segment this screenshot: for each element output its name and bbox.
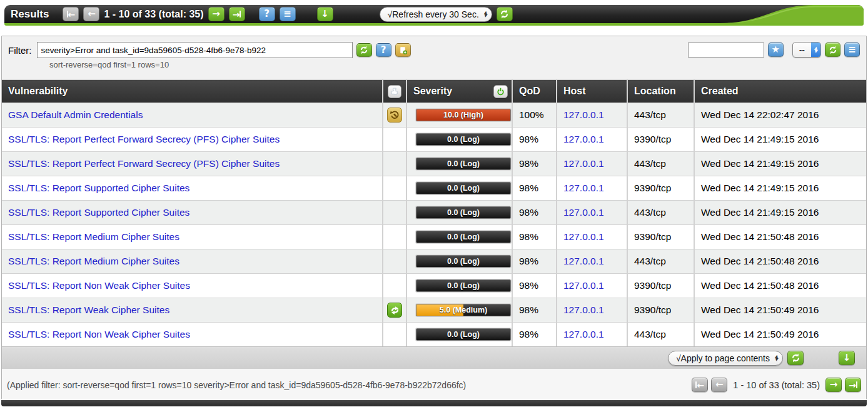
qod-value: 98% <box>513 323 556 346</box>
saved-filter-value: -- <box>793 45 811 55</box>
qod-value: 98% <box>513 128 556 151</box>
host-link[interactable]: 127.0.0.1 <box>563 134 604 145</box>
vulnerability-link[interactable]: SSL/TLS: Report Supported Cipher Suites <box>8 207 189 218</box>
location-value: 443/tcp <box>628 201 694 224</box>
host-link[interactable]: 127.0.0.1 <box>563 231 604 243</box>
download-page-icon[interactable]: ↓ <box>839 351 855 365</box>
page-title: Results <box>11 8 49 21</box>
apply-bulk-action-icon[interactable] <box>787 351 804 365</box>
bulk-action-value: √Apply to page contents <box>676 353 770 363</box>
green-swoosh-decoration <box>720 5 864 23</box>
created-value: Wed Dec 14 21:49:15 2016 <box>695 201 866 224</box>
host-link[interactable]: 127.0.0.1 <box>563 280 604 291</box>
location-value: 9390/tcp <box>628 128 694 151</box>
qod-value: 98% <box>513 201 556 224</box>
location-value: 443/tcp <box>628 323 694 346</box>
refresh-icon[interactable] <box>497 7 513 21</box>
toggle-overrides-power-icon[interactable] <box>493 85 508 98</box>
severity-label: 0.0 (Log) <box>416 158 510 169</box>
bulk-action-select[interactable]: √Apply to page contents ▲▼ <box>668 351 783 366</box>
vulnerability-link[interactable]: SSL/TLS: Report Non Weak Cipher Suites <box>8 280 190 291</box>
severity-header-label: Severity <box>413 86 452 97</box>
vulnerability-link[interactable]: SSL/TLS: Report Perfect Forward Secrecy … <box>8 158 280 169</box>
vulnerability-link[interactable]: SSL/TLS: Report Medium Cipher Suites <box>8 231 179 243</box>
severity-label: 0.0 (Log) <box>416 231 510 243</box>
location-value: 443/tcp <box>628 249 694 273</box>
first-page-button[interactable]: ← <box>692 378 708 392</box>
vulnerability-link[interactable]: SSL/TLS: Report Supported Cipher Suites <box>8 183 189 194</box>
created-value: Wed Dec 14 21:50:49 2016 <box>695 298 866 322</box>
qod-value: 98% <box>513 152 556 176</box>
select-arrows-icon: ▲▼ <box>811 43 820 57</box>
severity-label: 0.0 (Log) <box>416 280 510 291</box>
vulnerability-link[interactable]: SSL/TLS: Report Perfect Forward Secrecy … <box>8 134 280 145</box>
host-link[interactable]: 127.0.0.1 <box>563 256 604 267</box>
location-value: 9390/tcp <box>628 298 694 322</box>
list-view-icon[interactable]: ≡ <box>280 7 296 21</box>
solution-type-icon <box>387 205 402 220</box>
first-page-button[interactable]: ← <box>63 7 79 21</box>
column-header-location[interactable]: Location <box>628 80 694 103</box>
filter-name-input[interactable] <box>688 43 764 58</box>
last-page-button[interactable]: → <box>845 378 861 392</box>
workaround-icon <box>387 108 402 123</box>
download-icon[interactable]: ↓ <box>317 7 333 21</box>
apply-saved-filter-icon[interactable] <box>825 43 840 57</box>
footer-strip <box>1 400 867 406</box>
help-icon[interactable]: ? <box>259 7 275 21</box>
severity-label: 0.0 (Log) <box>416 183 510 194</box>
filter-panel: Filter: ? sort-reverse=qod first=1 rows=… <box>2 36 866 80</box>
created-value: Wed Dec 14 21:49:15 2016 <box>695 152 866 176</box>
host-link[interactable]: 127.0.0.1 <box>563 207 604 218</box>
update-filter-icon[interactable] <box>356 43 372 57</box>
severity-label: 5.0 (Medium) <box>416 304 510 316</box>
created-value: Wed Dec 14 21:50:49 2016 <box>695 323 866 346</box>
solution-type-icon <box>387 132 402 147</box>
results-panel: Filter: ? sort-reverse=qod first=1 rows=… <box>1 36 867 399</box>
save-filter-star-icon[interactable]: ★ <box>768 43 784 57</box>
filter-help-icon[interactable]: ? <box>376 43 391 57</box>
qod-value: 98% <box>513 249 556 273</box>
column-header-solution-type[interactable] <box>383 80 406 103</box>
filter-label: Filter: <box>8 45 32 56</box>
column-header-severity[interactable]: Severity <box>407 80 512 103</box>
host-link[interactable]: 127.0.0.1 <box>563 304 604 316</box>
vulnerability-link[interactable]: GSA Default Admin Credentials <box>8 109 143 121</box>
vulnerability-link[interactable]: SSL/TLS: Report Weak Cipher Suites <box>8 304 169 316</box>
severity-bar: 0.0 (Log) <box>416 231 511 243</box>
last-page-button[interactable]: → <box>229 7 245 21</box>
severity-label: 0.0 (Log) <box>416 256 510 267</box>
severity-label: 10.0 (High) <box>416 109 510 121</box>
column-header-host[interactable]: Host <box>557 80 627 103</box>
location-value: 443/tcp <box>628 152 694 176</box>
previous-page-button[interactable]: ← <box>711 378 727 392</box>
refresh-interval-select[interactable]: √Refresh every 30 Sec. ▲▼ <box>380 7 492 22</box>
severity-bar: 0.0 (Log) <box>416 133 511 146</box>
host-link[interactable]: 127.0.0.1 <box>563 183 604 194</box>
saved-filter-select[interactable]: -- ▲▼ <box>792 42 821 58</box>
vulnerability-link[interactable]: SSL/TLS: Report Non Weak Cipher Suites <box>8 329 190 340</box>
previous-page-button[interactable]: ← <box>83 7 99 21</box>
results-table: Vulnerability Severity QoD Host Location… <box>2 80 866 346</box>
solution-type-icon <box>387 181 402 196</box>
host-link[interactable]: 127.0.0.1 <box>563 109 604 121</box>
qod-value: 98% <box>513 274 556 298</box>
next-page-button[interactable]: → <box>208 7 225 21</box>
created-value: Wed Dec 14 22:02:47 2016 <box>695 103 866 127</box>
severity-bar: 0.0 (Log) <box>416 255 511 268</box>
host-link[interactable]: 127.0.0.1 <box>563 329 604 340</box>
host-link[interactable]: 127.0.0.1 <box>563 158 604 169</box>
created-value: Wed Dec 14 21:50:48 2016 <box>695 225 866 249</box>
new-filter-icon[interactable] <box>395 43 411 57</box>
column-header-vulnerability[interactable]: Vulnerability <box>2 80 382 103</box>
severity-bar: 0.0 (Log) <box>416 182 511 194</box>
location-value: 9390/tcp <box>628 225 694 249</box>
qod-value: 98% <box>513 298 556 322</box>
column-header-created[interactable]: Created <box>695 80 866 103</box>
filter-input[interactable] <box>37 42 353 58</box>
solution-type-icon <box>387 156 402 171</box>
column-header-qod[interactable]: QoD <box>513 80 556 103</box>
edit-filter-list-icon[interactable]: ≡ <box>844 43 860 57</box>
vulnerability-link[interactable]: SSL/TLS: Report Medium Cipher Suites <box>8 256 179 267</box>
next-page-button[interactable]: → <box>825 378 842 392</box>
